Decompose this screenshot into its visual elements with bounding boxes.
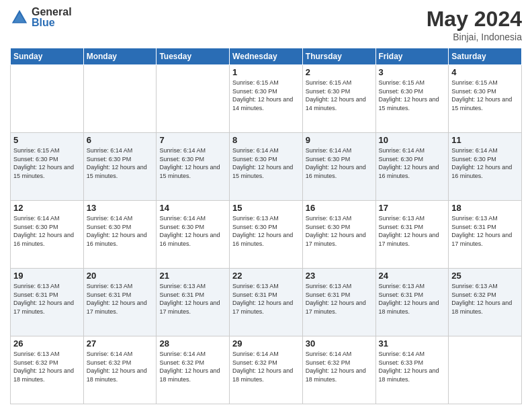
day-info: Sunrise: 6:15 AM Sunset: 6:30 PM Dayligh… [451,79,519,112]
day-number: 2 [306,67,373,77]
calendar-cell: 30Sunrise: 6:14 AM Sunset: 6:32 PM Dayli… [302,336,375,404]
day-info: Sunrise: 6:13 AM Sunset: 6:31 PM Dayligh… [232,282,300,316]
day-number: 14 [159,203,226,213]
day-number: 7 [159,135,226,145]
calendar-cell: 4Sunrise: 6:15 AM Sunset: 6:30 PM Daylig… [449,65,522,133]
day-info: Sunrise: 6:14 AM Sunset: 6:30 PM Dayligh… [87,146,154,180]
day-number: 18 [451,203,519,213]
header-row: Sunday Monday Tuesday Wednesday Thursday… [11,48,522,65]
calendar-cell: 23Sunrise: 6:13 AM Sunset: 6:31 PM Dayli… [302,269,375,336]
calendar-cell [449,336,522,404]
day-number: 8 [232,135,300,145]
col-saturday: Saturday [449,48,522,65]
day-number: 22 [232,271,300,281]
day-number: 6 [87,135,154,145]
week-row-4: 26Sunrise: 6:13 AM Sunset: 6:32 PM Dayli… [11,336,522,404]
day-info: Sunrise: 6:13 AM Sunset: 6:31 PM Dayligh… [87,282,154,316]
day-number: 28 [159,338,226,349]
calendar-cell: 28Sunrise: 6:14 AM Sunset: 6:32 PM Dayli… [157,336,230,404]
col-tuesday: Tuesday [157,48,230,65]
col-friday: Friday [375,48,449,65]
day-info: Sunrise: 6:13 AM Sunset: 6:31 PM Dayligh… [379,282,446,316]
day-number: 19 [13,271,81,281]
calendar-cell: 11Sunrise: 6:14 AM Sunset: 6:30 PM Dayli… [449,133,522,201]
day-info: Sunrise: 6:13 AM Sunset: 6:30 PM Dayligh… [306,214,373,248]
day-info: Sunrise: 6:13 AM Sunset: 6:31 PM Dayligh… [13,282,81,316]
day-number: 4 [451,67,519,77]
logo: General Blue [10,7,72,28]
logo-icon [10,8,29,27]
calendar-cell [11,65,84,133]
calendar-cell: 22Sunrise: 6:13 AM Sunset: 6:31 PM Dayli… [230,269,303,336]
calendar-cell: 9Sunrise: 6:14 AM Sunset: 6:30 PM Daylig… [302,133,375,201]
calendar-cell: 8Sunrise: 6:14 AM Sunset: 6:30 PM Daylig… [230,133,303,201]
day-number: 26 [13,338,81,349]
logo-blue: Blue [32,17,72,28]
day-number: 3 [379,67,446,77]
day-number: 25 [451,271,519,281]
calendar-cell: 7Sunrise: 6:14 AM Sunset: 6:30 PM Daylig… [157,133,230,201]
calendar-cell [83,65,157,133]
day-number: 15 [232,203,300,213]
day-info: Sunrise: 6:14 AM Sunset: 6:30 PM Dayligh… [306,146,373,180]
day-info: Sunrise: 6:14 AM Sunset: 6:30 PM Dayligh… [159,146,226,180]
day-info: Sunrise: 6:14 AM Sunset: 6:32 PM Dayligh… [87,350,154,383]
day-info: Sunrise: 6:13 AM Sunset: 6:32 PM Dayligh… [451,282,519,316]
day-number: 16 [306,203,373,213]
day-info: Sunrise: 6:14 AM Sunset: 6:30 PM Dayligh… [379,146,446,180]
calendar-cell: 10Sunrise: 6:14 AM Sunset: 6:30 PM Dayli… [375,133,449,201]
calendar-cell: 3Sunrise: 6:15 AM Sunset: 6:30 PM Daylig… [375,65,449,133]
calendar-cell: 6Sunrise: 6:14 AM Sunset: 6:30 PM Daylig… [83,133,157,201]
col-wednesday: Wednesday [230,48,303,65]
calendar-cell: 17Sunrise: 6:13 AM Sunset: 6:31 PM Dayli… [375,201,449,269]
calendar-cell: 26Sunrise: 6:13 AM Sunset: 6:32 PM Dayli… [11,336,84,404]
day-number: 12 [13,203,81,213]
week-row-3: 19Sunrise: 6:13 AM Sunset: 6:31 PM Dayli… [11,269,522,336]
month-title: May 2024 [427,7,522,32]
day-info: Sunrise: 6:13 AM Sunset: 6:31 PM Dayligh… [379,214,446,248]
day-info: Sunrise: 6:13 AM Sunset: 6:31 PM Dayligh… [306,282,373,316]
day-number: 30 [306,338,373,349]
day-info: Sunrise: 6:13 AM Sunset: 6:31 PM Dayligh… [159,282,226,316]
logo-text: General Blue [32,7,72,28]
day-number: 1 [232,67,300,77]
page: General Blue May 2024 Binjai, Indonesia … [0,0,532,411]
day-info: Sunrise: 6:14 AM Sunset: 6:32 PM Dayligh… [159,350,226,383]
calendar-cell: 21Sunrise: 6:13 AM Sunset: 6:31 PM Dayli… [157,269,230,336]
day-info: Sunrise: 6:14 AM Sunset: 6:32 PM Dayligh… [306,350,373,383]
day-number: 27 [87,338,154,349]
day-info: Sunrise: 6:15 AM Sunset: 6:30 PM Dayligh… [13,146,81,180]
calendar-cell: 20Sunrise: 6:13 AM Sunset: 6:31 PM Dayli… [83,269,157,336]
day-info: Sunrise: 6:14 AM Sunset: 6:32 PM Dayligh… [232,350,300,383]
day-info: Sunrise: 6:15 AM Sunset: 6:30 PM Dayligh… [306,79,373,112]
calendar-cell: 31Sunrise: 6:14 AM Sunset: 6:33 PM Dayli… [375,336,449,404]
day-info: Sunrise: 6:13 AM Sunset: 6:32 PM Dayligh… [13,350,81,383]
day-number: 24 [379,271,446,281]
location: Binjai, Indonesia [427,32,522,42]
col-sunday: Sunday [11,48,84,65]
day-number: 23 [306,271,373,281]
logo-general: General [32,7,72,17]
day-info: Sunrise: 6:14 AM Sunset: 6:30 PM Dayligh… [13,214,81,248]
col-thursday: Thursday [302,48,375,65]
calendar-cell: 13Sunrise: 6:14 AM Sunset: 6:30 PM Dayli… [83,201,157,269]
calendar-cell: 25Sunrise: 6:13 AM Sunset: 6:32 PM Dayli… [449,269,522,336]
calendar-cell: 19Sunrise: 6:13 AM Sunset: 6:31 PM Dayli… [11,269,84,336]
col-monday: Monday [83,48,157,65]
week-row-1: 5Sunrise: 6:15 AM Sunset: 6:30 PM Daylig… [11,133,522,201]
day-number: 17 [379,203,446,213]
day-info: Sunrise: 6:13 AM Sunset: 6:31 PM Dayligh… [451,214,519,248]
day-info: Sunrise: 6:13 AM Sunset: 6:30 PM Dayligh… [232,214,300,248]
day-number: 31 [379,338,446,349]
day-number: 20 [87,271,154,281]
calendar-cell: 16Sunrise: 6:13 AM Sunset: 6:30 PM Dayli… [302,201,375,269]
calendar-cell: 27Sunrise: 6:14 AM Sunset: 6:32 PM Dayli… [83,336,157,404]
day-number: 9 [306,135,373,145]
calendar-cell: 24Sunrise: 6:13 AM Sunset: 6:31 PM Dayli… [375,269,449,336]
title-area: May 2024 Binjai, Indonesia [427,7,522,42]
calendar-cell: 2Sunrise: 6:15 AM Sunset: 6:30 PM Daylig… [302,65,375,133]
day-info: Sunrise: 6:15 AM Sunset: 6:30 PM Dayligh… [232,79,300,112]
week-row-0: 1Sunrise: 6:15 AM Sunset: 6:30 PM Daylig… [11,65,522,133]
calendar-cell: 29Sunrise: 6:14 AM Sunset: 6:32 PM Dayli… [230,336,303,404]
day-number: 10 [379,135,446,145]
